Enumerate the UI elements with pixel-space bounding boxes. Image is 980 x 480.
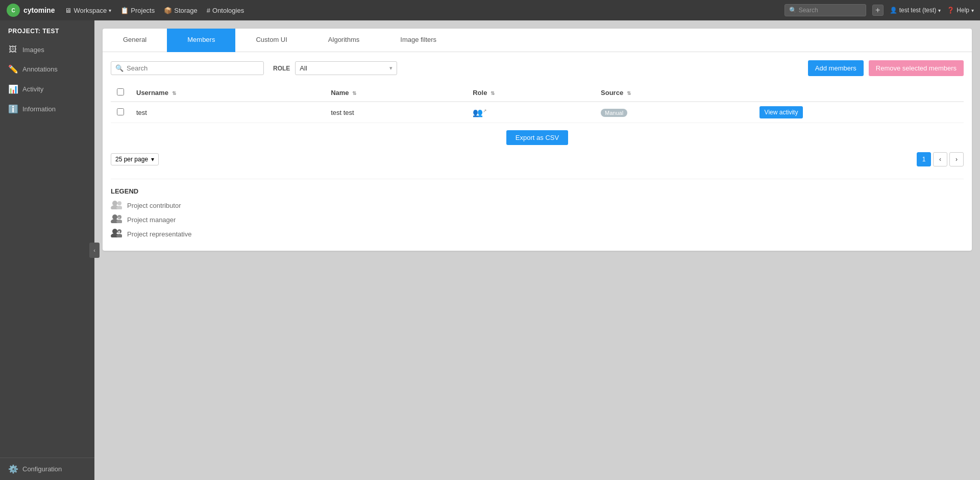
sidebar-item-information[interactable]: ℹ️ Information [0,99,94,119]
nav-storage[interactable]: 📦 Storage [164,7,198,14]
storage-icon: 📦 [164,7,172,14]
activity-icon: 📊 [8,84,17,94]
workspace-label: Workspace [74,7,107,14]
export-row: Export as CSV [111,130,964,145]
config-icon: ⚙️ [8,464,17,474]
representative-icon: ⬆ [111,228,122,239]
user-label: test test (test) [899,7,937,14]
svg-point-11 [112,229,117,234]
prev-page-button[interactable]: ‹ [933,152,947,166]
view-activity-button[interactable]: View activity [760,106,803,118]
pagination-controls: 1 ‹ › [917,152,964,166]
navbar-right: 🔍 + 👤 test test (test) ▾ ❓ Help ▾ [785,4,974,16]
role-select-value: All [300,64,307,72]
sidebar-item-label-information: Information [22,105,56,113]
help-label: Help [957,7,969,14]
nav-projects[interactable]: 📋 Projects [120,7,155,14]
add-button[interactable]: + [872,5,884,16]
row-role-cell: 👥↗ [467,102,595,123]
source-badge: Manual [601,109,627,117]
table-header-source[interactable]: Source ⇅ [595,84,753,102]
ontologies-icon: # [207,7,210,14]
tab-custom-ui[interactable]: Custom UI [235,29,307,52]
sidebar-item-images[interactable]: 🖼 Images [0,40,94,59]
table-row: test test test 👥↗ Manual [111,102,964,123]
table-header-name[interactable]: Name ⇅ [325,84,467,102]
legend-item-representative: ⬆ Project representative [111,228,964,239]
nav-ontologies[interactable]: # Ontologies [207,7,244,14]
export-csv-button[interactable]: Export as CSV [506,130,568,145]
projects-icon: 📋 [120,7,129,14]
workspace-chevron-icon: ▾ [109,8,111,13]
navbar: C cytomine 🖥 Workspace ▾ 📋 Projects 📦 St… [0,0,980,20]
row-name-cell: test test [325,102,467,123]
legend-item-contributor: Project contributor [111,200,964,211]
page-1-button[interactable]: 1 [917,152,931,166]
sidebar-config[interactable]: ⚙️ Configuration [8,464,86,474]
brand[interactable]: C cytomine [6,3,55,17]
table-header-checkbox-col [111,84,130,102]
search-icon: 🔍 [789,7,797,14]
nav-items: 🖥 Workspace ▾ 📋 Projects 📦 Storage # Ont… [65,7,774,14]
tab-general[interactable]: General [103,29,167,52]
tab-algorithms[interactable]: Algorithms [308,29,380,52]
contributor-icon [111,200,122,211]
role-col-label: Role [473,89,487,97]
per-page-arrow-icon: ▾ [151,156,154,163]
sidebar-item-label-annotations: Annotations [22,65,58,73]
nav-workspace[interactable]: 🖥 Workspace ▾ [65,7,111,14]
annotations-icon: ✏️ [8,64,17,74]
svg-text:⬆: ⬆ [117,230,121,235]
row-name: test test [331,109,354,116]
user-icon: 👤 [890,7,897,14]
row-checkbox-cell [111,102,130,123]
sidebar-project-title: PROJECT: TEST [0,20,94,40]
role-label: ROLE [273,65,290,72]
sidebar-item-label-images: Images [22,46,44,54]
legend-title: LEGEND [111,187,964,195]
add-members-button[interactable]: Add members [808,60,864,76]
svg-point-4 [117,201,121,205]
role-select[interactable]: All ▾ [295,61,397,75]
help-icon: ❓ [947,7,954,14]
workspace-icon: 🖥 [65,7,71,14]
sidebar-item-label-activity: Activity [22,85,43,93]
user-menu[interactable]: 👤 test test (test) ▾ [890,7,941,14]
tab-image-filters[interactable]: Image filters [380,29,457,52]
config-label: Configuration [22,465,62,473]
tab-bar: General Members Custom UI Algorithms Ima… [103,29,972,52]
members-toolbar: 🔍 ROLE All ▾ Add members Remove selected… [111,60,964,76]
members-search-input[interactable] [127,64,259,72]
manager-label: Project manager [127,216,176,224]
images-icon: 🖼 [8,45,17,54]
user-chevron-icon: ▾ [938,8,941,13]
manager-icon: + [111,214,122,225]
sidebar-collapse-button[interactable]: ‹ [89,243,100,258]
table-body: test test test 👥↗ Manual [111,102,964,123]
contributor-label: Project contributor [127,202,181,209]
members-search-box[interactable]: 🔍 [111,61,264,75]
svg-text:+: + [118,216,120,220]
select-all-checkbox[interactable] [117,88,124,95]
remove-members-button[interactable]: Remove selected members [869,60,964,76]
brand-name: cytomine [23,6,55,14]
username-col-label: Username [136,89,168,97]
svg-point-2 [112,201,117,206]
sidebar: PROJECT: TEST 🖼 Images ✏️ Annotations 📊 … [0,20,94,480]
table-header: Username ⇅ Name ⇅ Role ⇅ [111,84,964,102]
help-menu[interactable]: ❓ Help ▾ [947,7,974,14]
sidebar-item-activity[interactable]: 📊 Activity [0,79,94,99]
table-header-role[interactable]: Role ⇅ [467,84,595,102]
tab-members[interactable]: Members [167,29,235,52]
global-search-box[interactable]: 🔍 [785,4,866,16]
next-page-button[interactable]: › [949,152,964,166]
role-select-arrow-icon: ▾ [389,65,393,71]
representative-label: Project representative [127,230,191,238]
svg-point-6 [112,214,117,220]
per-page-select[interactable]: 25 per page ▾ [111,153,159,165]
global-search-input[interactable] [799,7,860,14]
row-checkbox[interactable] [117,108,124,115]
table-header-username[interactable]: Username ⇅ [130,84,325,102]
name-sort-icon: ⇅ [352,90,356,96]
sidebar-item-annotations[interactable]: ✏️ Annotations [0,59,94,79]
